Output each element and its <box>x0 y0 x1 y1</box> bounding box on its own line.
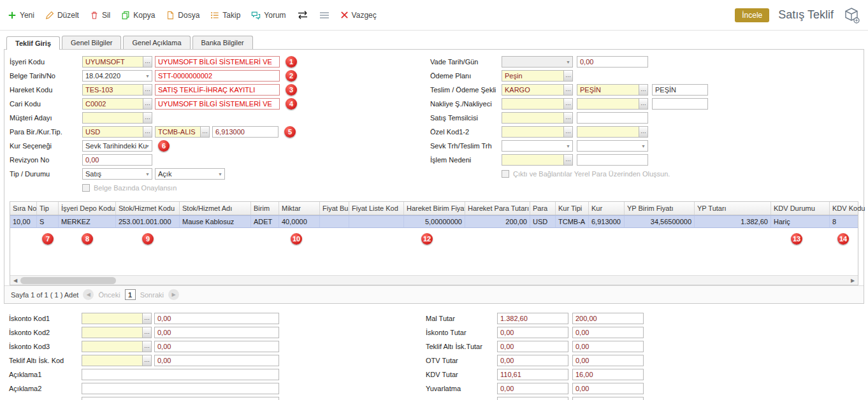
scrollbar-thumb[interactable] <box>20 277 116 284</box>
prev-page-icon[interactable]: ◀ <box>83 289 94 300</box>
col-hareket-para-tutari[interactable]: Hareket Para Tutarı <box>465 202 530 215</box>
swap-button[interactable] <box>297 10 308 20</box>
next-page-icon[interactable]: ▶ <box>168 289 179 300</box>
col-miktar[interactable]: Miktar <box>279 202 320 215</box>
odeme-plani-lookup-button[interactable]: … <box>563 70 573 82</box>
kur-tipi-lookup-button[interactable]: … <box>200 126 210 138</box>
col-kur[interactable]: Kur <box>589 202 625 215</box>
comment-button[interactable]: Yorum <box>251 11 286 20</box>
revizyon-no-input[interactable]: 0,00 <box>82 154 152 166</box>
ozel-kod2-input[interactable]: … <box>577 126 648 138</box>
col-kur-tipi[interactable]: Kur Tipi <box>556 202 589 215</box>
edit-button[interactable]: Düzelt <box>45 11 79 20</box>
hareket-kodu-input[interactable]: TES-103… <box>82 84 152 96</box>
musteri-adayi-lookup-button[interactable]: … <box>143 112 152 124</box>
follow-button[interactable]: Takip <box>210 11 240 20</box>
tab-banka-bilgiler[interactable]: Banka Bilgiler <box>192 36 253 49</box>
iskonto-kod3-value[interactable]: 0,00 <box>154 341 279 352</box>
col-para[interactable]: Para <box>530 202 556 215</box>
col-birim[interactable]: Birim <box>251 202 279 215</box>
col-stok-adi[interactable]: Stok/Hizmet Adı <box>180 202 251 215</box>
menu-button[interactable] <box>319 11 329 20</box>
iskonto-kod1-input[interactable]: … <box>82 313 152 324</box>
teklif-alti-isk-value[interactable]: 0,00 <box>154 355 279 366</box>
nakliyeci-input[interactable]: … <box>577 98 648 110</box>
teslim-sekli-input[interactable]: KARGO… <box>502 84 573 96</box>
nakliye-sekli-input[interactable]: … <box>502 98 573 110</box>
teslim-tarihi-select[interactable]: ▼ <box>577 140 648 152</box>
cari-kodu-lookup-button[interactable]: … <box>143 98 152 110</box>
col-hareket-birim-fiyat[interactable]: Hareket Birim Fiyatı <box>404 202 465 215</box>
tab-teklif-giris[interactable]: Teklif Giriş <box>6 36 60 50</box>
file-button[interactable]: Dosya <box>166 11 199 20</box>
iskonto-kod3-lookup-button[interactable]: … <box>142 341 152 352</box>
col-stok-kodu[interactable]: Stok/Hizmet Kodu <box>116 202 180 215</box>
cari-kodu-input[interactable]: C0002… <box>82 98 152 110</box>
col-kdv-durumu[interactable]: KDV Durumu <box>771 202 830 215</box>
para-birimi-input[interactable]: USD… <box>82 126 152 138</box>
cancel-button[interactable]: Vazgeç <box>340 11 377 20</box>
copy-button[interactable]: Kopya <box>121 11 155 20</box>
aciklama2-input[interactable] <box>82 383 279 394</box>
sevk-tarihi-select[interactable]: ▼ <box>502 140 573 152</box>
ozel-kod2-lookup-button[interactable]: … <box>639 126 648 138</box>
iskonto-kod3-input[interactable]: … <box>82 341 152 352</box>
aciklama3-input[interactable] <box>82 397 279 400</box>
isyeri-kodu-lookup-button[interactable]: … <box>143 56 152 68</box>
col-depo[interactable]: İşyeri Depo Kodu <box>59 202 116 215</box>
tip-select[interactable]: Satış▼ <box>82 168 152 180</box>
belge-tarih-select[interactable]: 18.04.2020▼ <box>82 70 152 82</box>
package-search-icon[interactable] <box>843 6 860 24</box>
col-fiyat-liste[interactable]: Fiyat Liste Kod <box>349 202 404 215</box>
odeme-sekli-lookup-button[interactable]: … <box>639 84 648 96</box>
next-page-button[interactable]: Sonraki <box>140 291 164 299</box>
inspect-button[interactable]: İncele <box>735 8 769 22</box>
vade-tarih-select[interactable]: ▼ <box>502 56 573 68</box>
odeme-plani-input[interactable]: Peşin… <box>502 70 573 82</box>
satis-temsilcisi-lookup-button[interactable]: … <box>563 112 573 124</box>
nakliye-sekli-lookup-button[interactable]: … <box>563 98 573 110</box>
musteri-adayi-input[interactable]: … <box>82 112 152 124</box>
para-birimi-lookup-button[interactable]: … <box>143 126 152 138</box>
iskonto-kod1-lookup-button[interactable]: … <box>142 313 152 324</box>
belge-no-input[interactable]: STT-0000000002 <box>155 70 280 82</box>
islem-nedeni-input[interactable]: … <box>502 154 573 166</box>
iskonto-kod2-lookup-button[interactable]: … <box>142 327 152 338</box>
kur-input[interactable]: 6,913000 <box>212 126 278 138</box>
col-yp-tutari[interactable]: YP Tutarı <box>695 202 771 215</box>
odeme-sekli-input[interactable]: PEŞİN… <box>577 84 648 96</box>
durum-select[interactable]: Açık▼ <box>155 168 225 180</box>
kur-secenegi-select[interactable]: Sevk Tarihindeki Ku▼ <box>82 140 152 152</box>
iskonto-kod1-value[interactable]: 0,00 <box>154 313 279 324</box>
ozel-kod1-lookup-button[interactable]: … <box>563 126 573 138</box>
col-yp-birim-fiyati[interactable]: YP Birim Fiyatı <box>625 202 695 215</box>
vade-gun-input[interactable]: 0,00 <box>577 56 648 68</box>
kur-tipi-input[interactable]: TCMB-ALIS… <box>155 126 210 138</box>
scroll-right-button[interactable]: ▶ <box>848 278 858 283</box>
nakliyeci-lookup-button[interactable]: … <box>639 98 648 110</box>
prev-page-button[interactable]: Önceki <box>98 291 120 299</box>
teklif-alti-isk-input[interactable]: … <box>82 355 152 366</box>
iskonto-kod2-value[interactable]: 0,00 <box>154 327 279 338</box>
col-fiyat-bu[interactable]: Fiyat Bu <box>320 202 349 215</box>
col-kdv-kodu[interactable]: KDV Kodu <box>830 202 868 215</box>
isyeri-kodu-input[interactable]: UYUMSOFT… <box>82 56 152 68</box>
iskonto-kod2-input[interactable]: … <box>82 327 152 338</box>
satis-temsilcisi-input[interactable]: … <box>502 112 573 124</box>
teklif-alti-isk-lookup-button[interactable]: … <box>142 355 152 366</box>
scroll-left-button[interactable]: ◀ <box>10 278 20 283</box>
ozel-kod1-input[interactable]: … <box>502 126 573 138</box>
col-tip[interactable]: Tip <box>37 202 59 215</box>
horizontal-scrollbar[interactable]: ◀ ▶ <box>10 275 858 285</box>
islem-nedeni-lookup-button[interactable]: … <box>563 154 573 166</box>
hareket-kodu-lookup-button[interactable]: … <box>143 84 152 96</box>
new-button[interactable]: Yeni <box>8 11 34 20</box>
aciklama1-input[interactable] <box>82 369 279 380</box>
table-row[interactable]: 10,00 S MERKEZ 253.001.001.000 Mause Kab… <box>10 215 858 228</box>
teslim-sekli-lookup-button[interactable]: … <box>563 84 573 96</box>
col-sira-no[interactable]: Sıra No <box>10 202 37 215</box>
current-page-button[interactable]: 1 <box>125 289 136 300</box>
tab-genel-bilgiler[interactable]: Genel Bilgiler <box>62 36 121 49</box>
tab-genel-aciklama[interactable]: Genel Açıklama <box>123 36 190 49</box>
delete-button[interactable]: Sil <box>90 11 110 20</box>
